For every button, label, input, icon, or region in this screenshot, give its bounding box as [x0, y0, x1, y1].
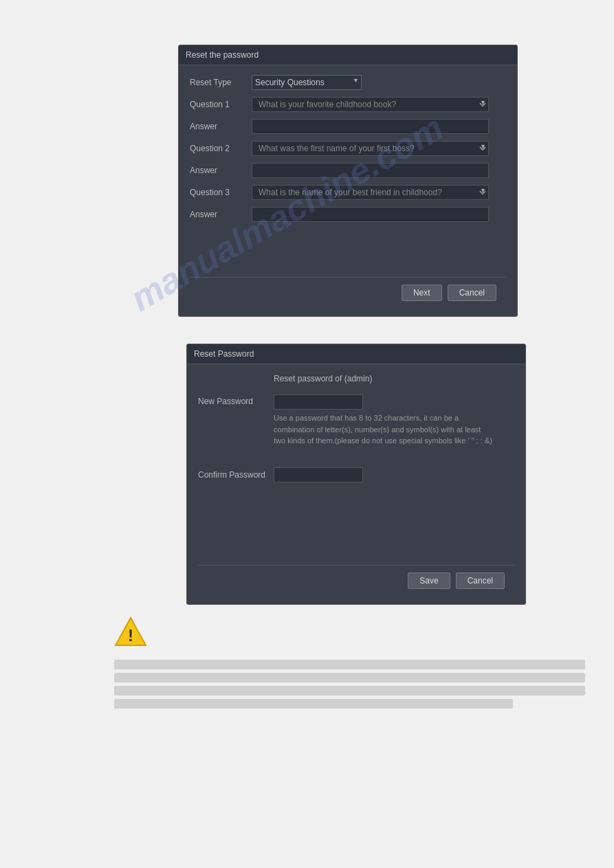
dialog2-title-text: Reset Password: [194, 349, 254, 359]
reset-info-row: Reset password of (admin): [198, 374, 514, 383]
question2-select[interactable]: What was the first name of your first bo…: [252, 141, 489, 156]
text-line-4: [114, 699, 513, 709]
question1-select-wrapper[interactable]: What is your favorite childhood book?: [252, 97, 489, 112]
answer3-row: Answer: [190, 207, 506, 222]
text-line-1: [114, 660, 585, 669]
reset-info-text: Reset password of (admin): [274, 374, 372, 383]
question2-row: Question 2 What was the first name of yo…: [190, 141, 506, 156]
question3-select[interactable]: What is the name of your best friend in …: [252, 185, 489, 200]
dialog1-title: Reset the password: [179, 45, 517, 65]
reset-password-dialog-2: Reset Password Reset password of (admin)…: [186, 344, 526, 605]
next-button[interactable]: Next: [402, 285, 442, 301]
answer3-label: Answer: [190, 210, 252, 219]
dialog2-title: Reset Password: [187, 344, 525, 364]
question1-label: Question 1: [190, 100, 252, 109]
text-line-3: [114, 686, 585, 695]
new-password-label: New Password: [198, 394, 274, 406]
warning-section: !: [114, 615, 147, 648]
password-hint: Use a password that has 8 to 32 characte…: [274, 412, 494, 447]
reset-password-dialog-1: Reset the password Reset Type Security Q…: [178, 45, 518, 317]
reset-type-row: Reset Type Security Questions: [190, 75, 506, 90]
answer2-row: Answer: [190, 163, 506, 178]
question1-row: Question 1 What is your favorite childho…: [190, 97, 506, 112]
cancel-button-1[interactable]: Cancel: [448, 285, 496, 301]
confirm-password-label: Confirm Password: [198, 470, 274, 480]
answer3-input[interactable]: [252, 207, 489, 222]
text-lines-section: [114, 660, 585, 712]
svg-text:!: !: [128, 626, 133, 645]
text-line-2: [114, 673, 585, 682]
question3-group: Question 3 What is the name of your best…: [190, 185, 506, 222]
question1-select[interactable]: What is your favorite childhood book?: [252, 97, 489, 112]
new-password-input[interactable]: [274, 394, 363, 410]
reset-type-select[interactable]: Security Questions: [252, 75, 362, 90]
save-button[interactable]: Save: [408, 572, 450, 589]
new-password-row: New Password Use a password that has 8 t…: [198, 394, 514, 447]
question2-group: Question 2 What was the first name of yo…: [190, 141, 506, 178]
answer1-label: Answer: [190, 122, 252, 131]
answer1-input[interactable]: [252, 119, 489, 134]
dialog2-footer: Save Cancel: [198, 565, 514, 596]
answer2-label: Answer: [190, 166, 252, 175]
new-password-field-group: Use a password that has 8 to 32 characte…: [274, 394, 494, 447]
dialog1-footer: Next Cancel: [190, 277, 506, 308]
confirm-password-row: Confirm Password: [198, 467, 514, 482]
dialog1-title-text: Reset the password: [186, 50, 259, 60]
warning-icon: !: [114, 615, 147, 648]
question3-label: Question 3: [190, 188, 252, 197]
reset-type-select-wrapper[interactable]: Security Questions: [252, 75, 362, 90]
question2-select-wrapper[interactable]: What was the first name of your first bo…: [252, 141, 489, 156]
question3-select-wrapper[interactable]: What is the name of your best friend in …: [252, 185, 489, 200]
answer1-row: Answer: [190, 119, 506, 134]
question1-group: Question 1 What is your favorite childho…: [190, 97, 506, 134]
question2-label: Question 2: [190, 144, 252, 153]
question3-row: Question 3 What is the name of your best…: [190, 185, 506, 200]
reset-type-label: Reset Type: [190, 78, 252, 87]
answer2-input[interactable]: [252, 163, 489, 178]
confirm-password-input[interactable]: [274, 467, 363, 482]
cancel-button-2[interactable]: Cancel: [456, 572, 505, 589]
